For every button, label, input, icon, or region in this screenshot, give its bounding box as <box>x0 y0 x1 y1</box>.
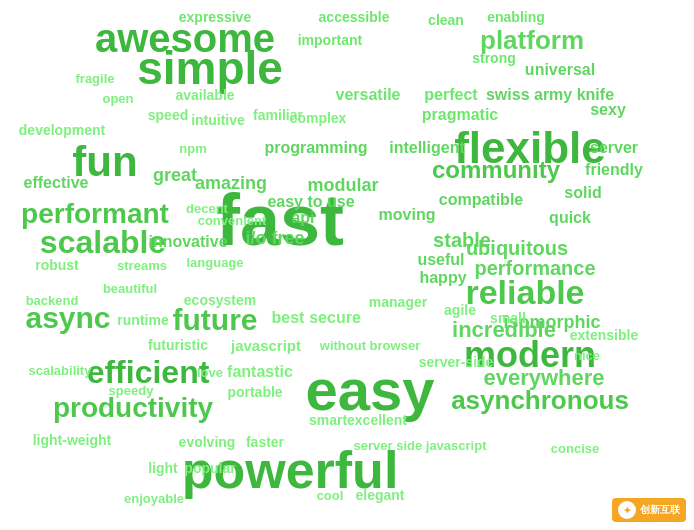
word-59: speed <box>148 108 188 122</box>
word-56: development <box>19 123 105 137</box>
word-62: npm <box>179 142 206 155</box>
word-75: small <box>490 311 526 325</box>
word-53: versatile <box>336 87 401 103</box>
word-91: faster <box>246 435 284 449</box>
word-21: effective <box>24 175 89 191</box>
word-37: useful <box>417 252 464 268</box>
word-26: innovative <box>148 234 227 250</box>
word-8: reliable <box>465 275 584 309</box>
word-68: beautiful <box>103 282 157 295</box>
word-72: best <box>272 310 305 326</box>
word-16: community <box>432 158 560 182</box>
word-14: asynchronous <box>451 387 629 413</box>
word-24: stable <box>433 230 491 250</box>
word-67: robust <box>35 258 79 272</box>
word-15: productivity <box>53 394 213 422</box>
word-86: portable <box>227 385 282 399</box>
word-30: modular <box>307 176 378 194</box>
word-39: quick <box>549 210 591 226</box>
word-69: backend <box>26 294 79 307</box>
word-66: streams <box>117 259 167 272</box>
word-51: perfect <box>424 87 477 103</box>
word-95: popular <box>184 461 235 475</box>
word-88: excellent <box>347 413 407 427</box>
word-79: javascript <box>231 338 301 353</box>
word-52: pragmatic <box>422 107 498 123</box>
word-97: elegant <box>355 488 404 502</box>
word-83: love <box>197 366 223 379</box>
word-32: compatible <box>439 192 523 208</box>
word-40: solid <box>564 185 601 201</box>
logo: ✦创新互联 <box>612 498 686 522</box>
word-13: future <box>173 305 258 335</box>
word-45: strong <box>472 51 516 65</box>
wordcloud: fasteasypowerfulsimpleflexibleawesomefun… <box>0 0 694 530</box>
word-99: manager <box>369 295 427 309</box>
word-33: easy to use <box>267 194 354 210</box>
word-70: ecosystem <box>184 293 256 307</box>
word-28: great <box>153 166 197 184</box>
word-92: server side javascript <box>354 439 487 452</box>
word-46: clean <box>428 13 464 27</box>
word-60: intuitive <box>191 113 245 127</box>
word-87: smart <box>309 413 347 427</box>
word-85: speedy <box>109 384 154 397</box>
logo-text: 创新互联 <box>640 503 680 517</box>
word-64: convenient <box>198 214 267 227</box>
word-18: everywhere <box>483 367 604 389</box>
word-78: futuristic <box>148 338 208 352</box>
word-94: light <box>148 461 178 475</box>
word-74: agile <box>444 303 476 317</box>
word-50: important <box>298 33 363 47</box>
word-55: open <box>102 92 133 105</box>
word-42: friendly <box>585 162 643 178</box>
word-54: fragile <box>75 72 114 85</box>
word-82: scalability <box>29 364 92 377</box>
word-57: available <box>175 88 234 102</box>
word-11: async <box>25 303 110 333</box>
word-10: scalable <box>40 226 166 258</box>
word-98: enjoyable <box>124 492 184 505</box>
word-81: server-side <box>419 355 494 369</box>
word-38: happy <box>419 270 466 286</box>
word-34: moving <box>379 207 436 223</box>
word-71: runtime <box>117 313 168 327</box>
word-61: complex <box>290 111 347 125</box>
word-96: cool <box>317 489 344 502</box>
word-31: intelligent <box>389 140 465 156</box>
word-76: extensible <box>570 328 638 342</box>
word-29: programming <box>264 140 367 156</box>
word-80: without browser <box>320 339 420 352</box>
word-36: i/o free <box>245 229 304 247</box>
word-35: api <box>291 210 314 226</box>
word-1: easy <box>305 361 434 419</box>
word-84: fantastic <box>227 364 293 380</box>
word-27: amazing <box>195 174 267 192</box>
word-93: concise <box>551 442 599 455</box>
word-73: secure <box>309 310 361 326</box>
word-77: nice <box>574 349 600 362</box>
word-48: accessible <box>319 10 390 24</box>
word-90: evolving <box>179 435 236 449</box>
word-65: language <box>186 256 243 269</box>
word-47: enabling <box>487 10 545 24</box>
word-25: performance <box>474 258 595 278</box>
word-43: sexy <box>590 102 626 118</box>
word-44: universal <box>525 62 595 78</box>
word-89: light-weight <box>33 433 112 447</box>
word-41: server <box>590 140 638 156</box>
word-49: expressive <box>179 10 251 24</box>
